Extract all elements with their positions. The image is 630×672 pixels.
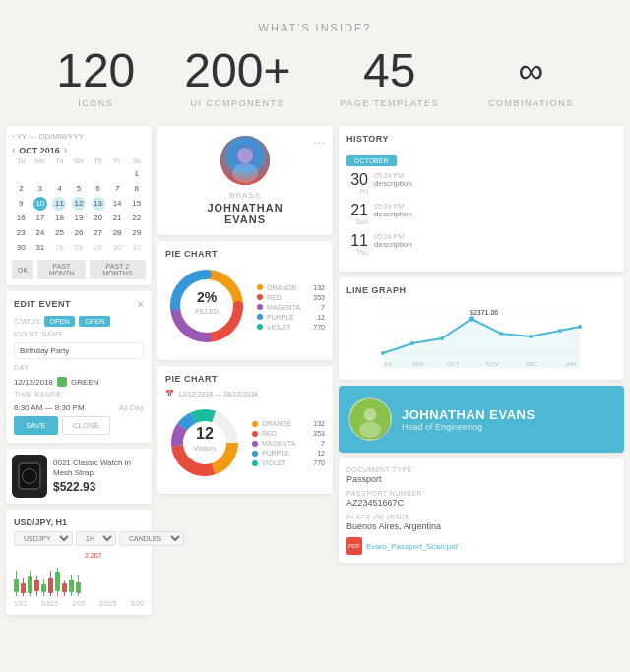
cal-day-3[interactable]: 3 bbox=[33, 182, 47, 196]
cal-day-12[interactable]: 12 bbox=[72, 197, 86, 211]
cal-day-20[interactable]: 20 bbox=[92, 212, 105, 225]
calendar-prev-btn[interactable]: ‹ bbox=[12, 145, 15, 155]
cal-day-8[interactable]: 8 bbox=[130, 182, 144, 196]
cal-day-empty bbox=[92, 167, 105, 181]
banner-text: JOHNATHAN EVANS Head of Engineering bbox=[402, 407, 536, 432]
day-header-mo: Mo bbox=[32, 155, 50, 166]
cal-day-25[interactable]: 25 bbox=[52, 226, 66, 240]
cal-day-9[interactable]: 9 bbox=[14, 197, 28, 211]
cal-day-21[interactable]: 21 bbox=[110, 212, 124, 225]
candle-pair-select[interactable]: USDJPY bbox=[14, 531, 73, 546]
cal-day-1[interactable]: 1 bbox=[130, 167, 144, 181]
history-detail-2: 05:24 PM description bbox=[374, 203, 616, 218]
cal-day-31[interactable]: 31 bbox=[33, 241, 47, 255]
cal-day-11[interactable]: 11 bbox=[52, 197, 66, 211]
cal-day-6[interactable]: 6 bbox=[92, 182, 105, 196]
watch-face bbox=[18, 462, 41, 490]
pie-chart-2-widget: PIE CHART 📅 12/12/2018 — 24/12/2018 12 V bbox=[158, 366, 333, 494]
stats-row: 120 ICONS 200+ UI COMPONENTS 45 PAGE TEM… bbox=[0, 47, 630, 108]
event-close-btn[interactable]: CLOSE bbox=[62, 416, 110, 435]
legend2-value-red: 353 bbox=[313, 430, 325, 437]
event-name-label: EVENT NAME bbox=[14, 331, 144, 337]
pie-chart-1-svg: 2% FILLED bbox=[165, 265, 249, 352]
svg-point-25 bbox=[529, 335, 533, 338]
document-widget: DOCUMENT TYPE Passport PASSPORT NUMBER A… bbox=[339, 458, 624, 563]
event-save-btn[interactable]: SAVE bbox=[14, 416, 58, 435]
history-desc-3: description bbox=[374, 240, 616, 249]
cal-day-23[interactable]: 23 bbox=[14, 226, 28, 240]
cal-day-14[interactable]: 14 bbox=[110, 197, 124, 211]
cal-day-22[interactable]: 22 bbox=[130, 212, 144, 225]
cal-day-24[interactable]: 24 bbox=[33, 226, 47, 240]
legend2-dot-orange bbox=[252, 421, 258, 427]
banner-role: Head of Engineering bbox=[402, 422, 536, 432]
cal-day-7[interactable]: 7 bbox=[110, 182, 124, 196]
icons-label: ICONS bbox=[56, 98, 135, 108]
profile-role: BRASS bbox=[165, 191, 325, 200]
legend2-dot-violet bbox=[252, 460, 258, 466]
calendar-ok-btn[interactable]: OK bbox=[12, 260, 33, 279]
day-header-sa: Sa bbox=[127, 155, 146, 166]
cal-day-15[interactable]: 15 bbox=[130, 197, 144, 211]
candle-chart-area: 2.267 bbox=[14, 546, 144, 600]
cal-day-27[interactable]: 27 bbox=[92, 226, 105, 240]
legend2-item-violet: VIOLET 770 bbox=[252, 459, 325, 466]
doc-file[interactable]: PDF Evaro_Passport_Scan.pdf bbox=[346, 537, 616, 555]
infinity-icon: ∞ bbox=[488, 48, 574, 94]
legend-value-orange: 132 bbox=[313, 284, 325, 291]
cal-day-2[interactable]: 2 bbox=[14, 182, 28, 196]
history-day-name-2: Sun bbox=[346, 218, 368, 225]
icons-count: 120 bbox=[56, 47, 135, 94]
svg-point-20 bbox=[469, 316, 474, 322]
edit-event-close-btn[interactable]: × bbox=[138, 299, 144, 310]
cal-day-13[interactable]: 13 bbox=[92, 197, 105, 211]
candle-4 bbox=[34, 576, 39, 596]
cal-day-empty bbox=[52, 167, 66, 181]
cal-day-17[interactable]: 17 bbox=[33, 212, 47, 225]
calendar-next-btn[interactable]: › bbox=[64, 145, 67, 155]
cal-day-next2[interactable]: 29 bbox=[72, 241, 86, 255]
cal-day-26[interactable]: 26 bbox=[72, 226, 86, 240]
event-name-input[interactable] bbox=[14, 342, 144, 359]
templates-count: 45 bbox=[340, 47, 439, 94]
legend-value-purple: 12 bbox=[317, 314, 325, 321]
stat-components: 200+ UI COMPONENTS bbox=[184, 47, 290, 108]
legend2-label-red: RED bbox=[262, 430, 309, 437]
cal-day-5[interactable]: 5 bbox=[72, 182, 86, 196]
cal-day-30[interactable]: 30 bbox=[14, 241, 28, 255]
legend2-value-purple: 12 bbox=[317, 450, 325, 457]
cal-day-next3[interactable]: 29 bbox=[92, 241, 105, 255]
legend-item-purple: PURPLE 12 bbox=[257, 314, 325, 321]
pie-chart-1-title: PIE CHART bbox=[165, 249, 325, 259]
profile-banner: JOHNATHAN EVANS Head of Engineering bbox=[339, 386, 624, 453]
calendar-prev-year[interactable]: ‹ YY — DD/MM/YYY bbox=[12, 132, 84, 141]
profile-menu-btn[interactable]: ··· bbox=[313, 134, 325, 150]
history-day-num-3: 11 bbox=[346, 233, 368, 249]
line-graph-widget: LINE GRAPH $2371.06 bbox=[339, 277, 624, 380]
cal-day-10-today[interactable]: 10 bbox=[33, 197, 47, 211]
templates-label: PAGE TEMPLATES bbox=[340, 98, 439, 108]
history-title: HISTORY bbox=[346, 134, 616, 144]
cal-day-next1[interactable]: 28 bbox=[52, 241, 66, 255]
cal-day-16[interactable]: 16 bbox=[14, 212, 28, 225]
calendar-past-2months-btn[interactable]: PAST 2 MONTHS bbox=[90, 260, 146, 279]
cal-day-4[interactable]: 4 bbox=[52, 182, 66, 196]
cal-day-28[interactable]: 28 bbox=[110, 226, 124, 240]
history-time-2: 05:24 PM bbox=[374, 203, 616, 210]
legend-item-red: RED 353 bbox=[257, 294, 325, 301]
cal-day-29[interactable]: 29 bbox=[130, 226, 144, 240]
watch-card: 0021 Classic Watch in Mesh Strap $522.93 bbox=[6, 449, 152, 504]
cal-day-19[interactable]: 19 bbox=[72, 212, 86, 225]
header-section: WHAT'S INSIDE? 120 ICONS 200+ UI COMPONE… bbox=[0, 0, 630, 126]
legend-label-orange: ORANGE bbox=[267, 284, 309, 291]
cal-day-18[interactable]: 18 bbox=[52, 212, 66, 225]
cal-day-next5[interactable]: 31 bbox=[130, 241, 144, 255]
legend-value-magenta: 7 bbox=[321, 304, 325, 311]
calendar-past-month-btn[interactable]: PAST MONTH bbox=[37, 260, 86, 279]
status-label: STATUS bbox=[14, 318, 40, 325]
candle-timeframe-select[interactable]: 1H bbox=[76, 531, 116, 546]
legend2-item-purple: PURPLE 12 bbox=[252, 450, 325, 457]
svg-point-22 bbox=[410, 341, 414, 345]
day-header-fr: Fr bbox=[108, 155, 127, 166]
cal-day-next4[interactable]: 30 bbox=[110, 241, 124, 255]
